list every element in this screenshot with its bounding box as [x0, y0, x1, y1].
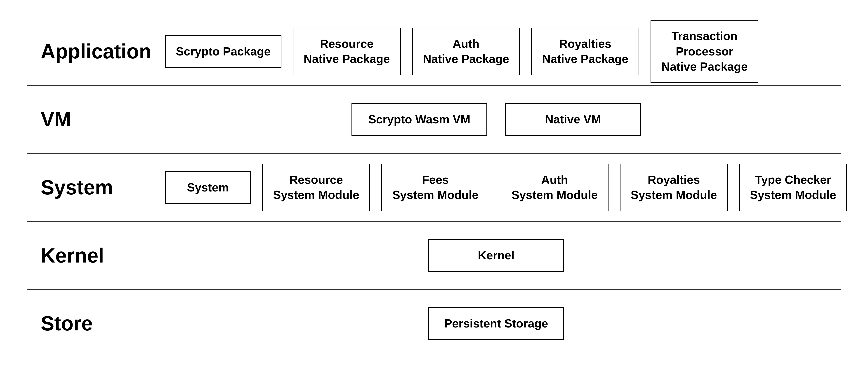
application-label: Application: [41, 40, 154, 63]
kernel-content: Kernel: [165, 239, 827, 272]
layer-system: System System ResourceSystem Module Fees…: [27, 154, 841, 222]
kernel-label: Kernel: [41, 244, 154, 267]
resource-native-package-box: ResourceNative Package: [293, 28, 401, 75]
royalties-system-module-box: RoyaltiesSystem Module: [620, 164, 727, 211]
scrypto-wasm-vm-box: Scrypto Wasm VM: [351, 103, 487, 136]
system-box: System: [165, 171, 251, 204]
scrypto-package-box: Scrypto Package: [165, 35, 281, 68]
store-content: Persistent Storage: [165, 307, 827, 340]
application-content: Scrypto Package ResourceNative Package A…: [165, 20, 827, 83]
vm-content: Scrypto Wasm VM Native VM: [165, 103, 827, 136]
layer-kernel: Kernel Kernel: [27, 222, 841, 290]
auth-native-package-box: AuthNative Package: [412, 28, 520, 75]
layer-store: Store Persistent Storage: [27, 290, 841, 357]
persistent-storage-box: Persistent Storage: [428, 307, 564, 340]
architecture-diagram: Application Scrypto Package ResourceNati…: [27, 18, 841, 357]
layer-application: Application Scrypto Package ResourceNati…: [27, 18, 841, 86]
transaction-processor-native-package-box: TransactionProcessorNative Package: [651, 20, 758, 83]
system-label: System: [41, 176, 154, 199]
store-label: Store: [41, 312, 154, 335]
type-checker-system-module-box: Type CheckerSystem Module: [739, 164, 847, 211]
royalties-native-package-box: RoyaltiesNative Package: [531, 28, 639, 75]
layer-vm: VM Scrypto Wasm VM Native VM: [27, 86, 841, 154]
auth-system-module-box: AuthSystem Module: [501, 164, 609, 211]
resource-system-module-box: ResourceSystem Module: [262, 164, 370, 211]
native-vm-box: Native VM: [505, 103, 641, 136]
kernel-box: Kernel: [428, 239, 564, 272]
fees-system-module-box: FeesSystem Module: [381, 164, 489, 211]
vm-label: VM: [41, 108, 154, 131]
system-content: System ResourceSystem Module FeesSystem …: [165, 164, 827, 211]
